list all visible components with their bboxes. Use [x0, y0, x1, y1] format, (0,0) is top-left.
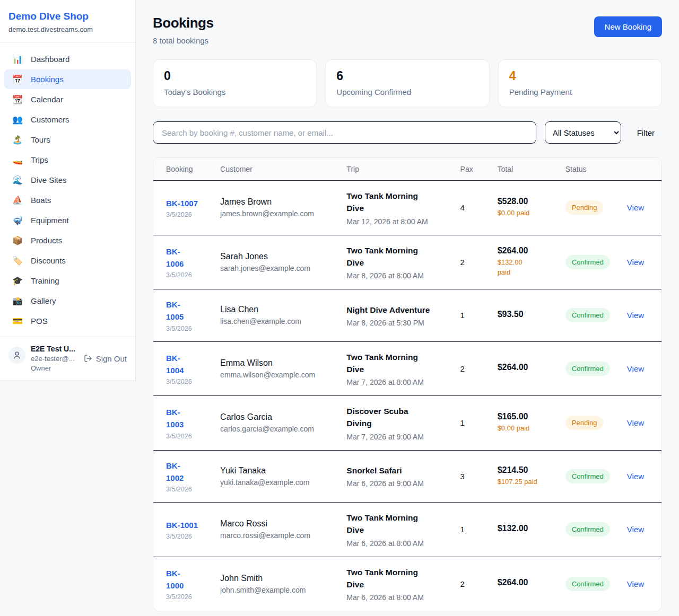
page-header: Bookings 8 total bookings New Booking: [153, 15, 662, 45]
customer-name: Marco Rossi: [220, 519, 338, 529]
sidebar-item-dive-sites[interactable]: 🌊 Dive Sites: [4, 170, 131, 190]
status-badge: Confirmed: [565, 255, 610, 269]
user-email: e2e-tester@...: [31, 355, 79, 363]
trip-name: Night Dive Adventure: [346, 304, 451, 316]
bookings-table: Booking Customer Trip Pax Total Status B…: [153, 158, 661, 611]
booking-id-link[interactable]: BK- 1003: [166, 406, 212, 431]
view-link[interactable]: View: [627, 258, 644, 267]
column-header-trip: Trip: [342, 158, 456, 181]
pax-count: 2: [460, 579, 465, 588]
view-link[interactable]: View: [627, 418, 644, 427]
booking-date: 3/5/2026: [166, 211, 212, 218]
avatar: [8, 347, 25, 364]
booking-id-link[interactable]: BK- 1000: [166, 567, 212, 592]
pax-count: 3: [460, 472, 465, 481]
sidebar-item-customers[interactable]: 👥 Customers: [4, 110, 131, 129]
sidebar-item-label: Calendar: [31, 95, 63, 104]
tag-icon: 🏷️: [12, 257, 23, 265]
table-row: BK-1007 3/5/2026 James Brown james.brown…: [153, 181, 661, 235]
trip-datetime: Mar 12, 2026 at 8:00 AM: [346, 217, 451, 226]
view-link[interactable]: View: [627, 525, 644, 534]
user-footer: E2E Test U... e2e-tester@... Owner Sign …: [0, 337, 135, 381]
booking-date: 3/5/2026: [166, 378, 212, 385]
pax-count: 1: [460, 418, 465, 427]
sidebar-item-discounts[interactable]: 🏷️ Discounts: [4, 251, 131, 270]
status-badge: Pending: [565, 200, 604, 215]
status-badge: Pending: [565, 416, 604, 430]
view-link[interactable]: View: [627, 203, 644, 212]
customer-name: Carlos Garcia: [220, 412, 338, 422]
table-row: BK- 1002 3/5/2026 Yuki Tanaka yuki.tanak…: [153, 450, 661, 503]
sidebar-item-products[interactable]: 📦 Products: [4, 231, 131, 250]
booking-id-link[interactable]: BK- 1004: [166, 352, 212, 377]
shop-domain: demo.test.divestreams.com: [8, 25, 127, 33]
sidebar-item-label: Training: [31, 276, 59, 285]
customer-email: emma.wilson@example.com: [220, 371, 338, 379]
total-amount: $528.00: [498, 197, 557, 206]
view-link[interactable]: View: [627, 472, 644, 481]
user-name: E2E Test U...: [31, 345, 79, 353]
trip-datetime: Mar 6, 2026 at 9:00 AM: [346, 479, 451, 488]
stats-row: 0 Today's Bookings 6 Upcoming Confirmed …: [153, 59, 662, 107]
sidebar-item-trips[interactable]: 🚤 Trips: [4, 150, 131, 170]
customer-email: yuki.tanaka@example.com: [220, 478, 338, 487]
logout-icon: [84, 354, 92, 363]
column-header-status: Status: [561, 158, 623, 181]
sidebar-item-label: Trips: [31, 155, 48, 164]
status-select[interactable]: All Statuses: [545, 121, 621, 144]
sidebar-item-bookings[interactable]: 📅 Bookings: [4, 69, 131, 89]
sidebar-item-label: Bookings: [31, 75, 64, 84]
filter-button[interactable]: Filter: [630, 128, 662, 137]
paid-amount: $107.25 paid: [498, 477, 557, 487]
sailboat-icon: ⛵: [12, 196, 23, 205]
booking-date: 3/5/2026: [166, 533, 212, 540]
credit-card-icon: 💳: [12, 317, 23, 325]
trip-name: Two Tank Morning Dive: [346, 512, 451, 536]
sidebar-item-calendar[interactable]: 📆 Calendar: [4, 90, 131, 109]
stat-value: 0: [164, 69, 306, 83]
customer-email: sarah.jones@example.com: [220, 264, 338, 272]
paid-amount: $0.00 paid: [498, 208, 557, 218]
view-link[interactable]: View: [627, 364, 644, 373]
search-input[interactable]: [153, 121, 536, 144]
trip-datetime: Mar 7, 2026 at 8:00 AM: [346, 378, 451, 386]
sidebar-item-training[interactable]: 🎓 Training: [4, 271, 131, 291]
view-link[interactable]: View: [627, 311, 644, 320]
booking-id-link[interactable]: BK-1001: [166, 519, 212, 531]
shop-name: Demo Dive Shop: [8, 11, 127, 22]
customer-email: carlos.garcia@example.com: [220, 425, 338, 433]
customer-name: Sarah Jones: [220, 252, 338, 261]
booking-id-link[interactable]: BK- 1002: [166, 460, 212, 485]
graduation-cap-icon: 🎓: [12, 277, 23, 285]
main-content: Bookings 8 total bookings New Booking 0 …: [136, 0, 679, 616]
table-row: BK- 1003 3/5/2026 Carlos Garcia carlos.g…: [153, 396, 661, 451]
calendar-date-icon: 📅: [12, 75, 23, 84]
booking-date: 3/5/2026: [166, 271, 212, 279]
new-booking-button[interactable]: New Booking: [594, 16, 662, 37]
people-icon: 👥: [12, 116, 23, 124]
sidebar-item-boats[interactable]: ⛵ Boats: [4, 190, 131, 210]
column-header-pax: Pax: [456, 158, 493, 181]
sidebar-item-label: Dashboard: [31, 55, 69, 64]
sidebar-item-dashboard[interactable]: 📊 Dashboard: [4, 49, 131, 69]
booking-id-link[interactable]: BK- 1005: [166, 298, 212, 323]
trip-name: Discover Scuba Diving: [346, 405, 451, 430]
booking-id-link[interactable]: BK-1007: [166, 197, 212, 209]
sidebar-item-label: Boats: [31, 196, 51, 205]
total-amount: $93.50: [498, 310, 557, 319]
total-amount: $264.00: [498, 363, 557, 372]
trip-name: Two Tank Morning Dive: [346, 244, 451, 269]
customer-name: Emma Wilson: [220, 358, 338, 368]
trip-datetime: Mar 6, 2026 at 8:00 AM: [346, 539, 451, 548]
column-header-customer: Customer: [216, 158, 342, 181]
sidebar-item-pos[interactable]: 💳 POS: [4, 311, 131, 331]
sidebar-item-tours[interactable]: 🏝️ Tours: [4, 130, 131, 149]
page-title: Bookings: [153, 15, 213, 31]
stat-card-upcoming-confirmed: 6 Upcoming Confirmed: [325, 59, 489, 107]
view-link[interactable]: View: [627, 579, 644, 588]
status-badge: Confirmed: [565, 469, 610, 483]
sidebar-item-gallery[interactable]: 📸 Gallery: [4, 291, 131, 311]
sign-out-button[interactable]: Sign Out: [84, 354, 127, 363]
booking-id-link[interactable]: BK- 1006: [166, 245, 212, 270]
sidebar-item-equipment[interactable]: 🤿 Equipment: [4, 210, 131, 230]
